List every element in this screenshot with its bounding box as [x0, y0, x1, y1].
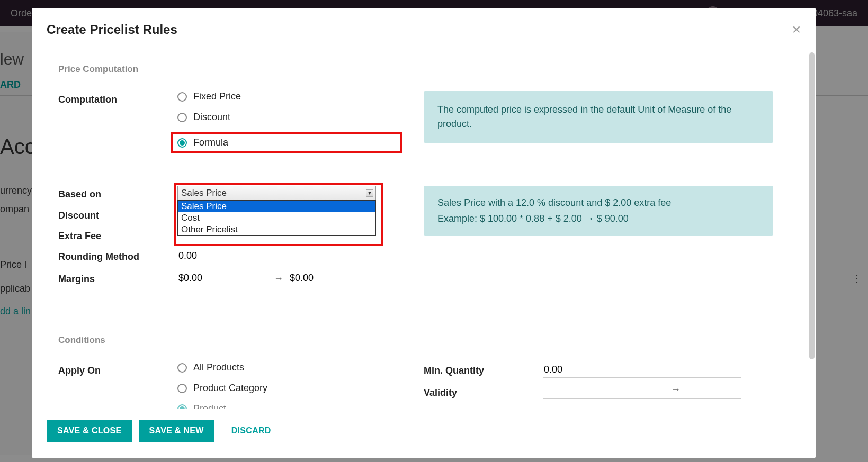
based-on-select[interactable]: Sales Price ▼	[177, 186, 376, 201]
info-uom: The computed price is expressed in the d…	[424, 91, 773, 143]
radio-fixed-price[interactable]: Fixed Price	[177, 91, 402, 102]
radio-discount[interactable]: Discount	[177, 112, 402, 123]
modal-body: Price Computation Computation Fixed Pric…	[32, 48, 816, 409]
discard-button[interactable]: DISCARD	[221, 420, 282, 442]
option-cost[interactable]: Cost	[178, 212, 375, 224]
radio-product[interactable]: Product	[177, 403, 402, 409]
save-close-button[interactable]: SAVE & CLOSE	[47, 420, 132, 442]
modal-title: Create Pricelist Rules	[47, 22, 177, 37]
label-rounding-method: Rounding Method	[58, 248, 177, 262]
margin-max-input[interactable]	[289, 270, 380, 286]
radio-icon	[177, 363, 187, 373]
divider	[58, 351, 773, 351]
divider	[58, 80, 773, 80]
create-pricelist-rules-modal: Create Pricelist Rules × Price Computati…	[32, 8, 816, 458]
rounding-method-input[interactable]	[177, 248, 376, 264]
radio-all-products-label: All Products	[193, 362, 244, 373]
validity-start-input[interactable]	[543, 384, 666, 395]
radio-product-category-label: Product Category	[193, 383, 267, 394]
modal-header: Create Pricelist Rules ×	[32, 8, 816, 48]
scrollbar-thumb[interactable]	[809, 52, 815, 359]
label-computation: Computation	[58, 91, 177, 105]
section-conditions: Conditions	[58, 335, 773, 346]
radio-product-label: Product	[193, 403, 226, 409]
section-price-computation: Price Computation	[58, 64, 773, 75]
validity-end-input[interactable]	[686, 384, 809, 395]
label-based-on: Based on	[58, 186, 177, 200]
radio-icon	[177, 404, 187, 410]
label-min-quantity: Min. Quantity	[424, 362, 543, 376]
info-formula-example: Sales Price with a 12.0 % discount and $…	[424, 186, 773, 236]
margin-min-input[interactable]	[177, 270, 269, 286]
based-on-selected: Sales Price	[181, 188, 227, 198]
label-margins: Margins	[58, 270, 177, 285]
radio-discount-label: Discount	[193, 112, 230, 123]
radio-fixed-price-label: Fixed Price	[193, 91, 241, 102]
chevron-down-icon: ▼	[366, 189, 373, 197]
radio-icon	[177, 113, 187, 122]
option-other-pricelist[interactable]: Other Pricelist	[178, 224, 375, 235]
based-on-options: Sales Price Cost Other Pricelist	[177, 200, 376, 236]
radio-icon	[177, 138, 187, 148]
arrow-right-icon: →	[274, 273, 283, 284]
radio-icon	[177, 92, 187, 102]
radio-product-category[interactable]: Product Category	[177, 383, 402, 394]
label-validity: Validity	[424, 384, 543, 398]
radio-all-products[interactable]: All Products	[177, 362, 402, 373]
label-apply-on: Apply On	[58, 362, 177, 376]
radio-formula[interactable]: Formula	[177, 137, 228, 148]
highlight-formula: Formula	[171, 132, 402, 153]
label-discount: Discount	[58, 207, 177, 221]
close-icon[interactable]: ×	[792, 21, 801, 38]
info-formula-line1: Sales Price with a 12.0 % discount and $…	[437, 195, 759, 211]
save-new-button[interactable]: SAVE & NEW	[139, 420, 214, 442]
modal-footer: SAVE & CLOSE SAVE & NEW DISCARD	[32, 409, 816, 458]
option-sales-price[interactable]: Sales Price	[178, 201, 375, 212]
info-formula-line2: Example: $ 100.00 * 0.88 + $ 2.00 → $ 90…	[437, 211, 759, 227]
label-extra-fee: Extra Fee	[58, 228, 177, 242]
radio-formula-label: Formula	[193, 137, 228, 148]
radio-icon	[177, 384, 187, 393]
arrow-right-icon: →	[671, 384, 681, 395]
min-quantity-input[interactable]	[543, 362, 741, 378]
